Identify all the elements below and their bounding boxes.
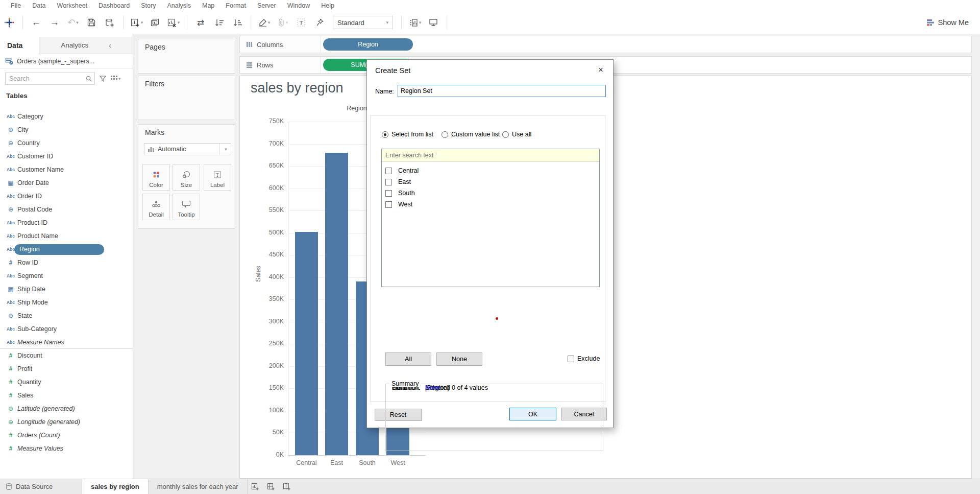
field-row[interactable]: # Profit bbox=[0, 362, 133, 375]
tab-data[interactable]: Data bbox=[0, 37, 39, 54]
member-row[interactable]: East bbox=[382, 176, 599, 187]
duplicate-sheet-button[interactable] bbox=[149, 14, 162, 31]
member-search-input[interactable]: Enter search text bbox=[382, 149, 599, 162]
view-options-icon[interactable]: ▾ bbox=[111, 76, 121, 82]
all-button[interactable]: All bbox=[385, 352, 431, 366]
field-row[interactable]: ▦ Order Date bbox=[0, 176, 133, 190]
forward-button[interactable]: → bbox=[48, 14, 61, 31]
back-button[interactable]: ← bbox=[30, 14, 43, 31]
radio-use-all[interactable]: Use all bbox=[502, 131, 531, 138]
field-row[interactable]: Abc Customer ID bbox=[0, 150, 133, 163]
field-row[interactable]: # Sales bbox=[0, 389, 133, 402]
menu-item[interactable]: Worksheet bbox=[52, 2, 93, 9]
sheet-tab[interactable]: monthly sales for each year bbox=[149, 479, 248, 494]
menu-item[interactable]: Data bbox=[27, 2, 51, 9]
presentation-mode-button[interactable] bbox=[427, 14, 440, 31]
clear-sheet-button[interactable]: ▾ bbox=[167, 14, 180, 31]
color-button[interactable]: Color bbox=[142, 164, 170, 191]
close-icon[interactable]: × bbox=[594, 64, 608, 76]
field-row[interactable]: # Orders (Count) bbox=[0, 429, 133, 442]
show-mark-labels-button[interactable]: ▾ bbox=[408, 14, 422, 31]
radio-select-from-list[interactable]: Select from list bbox=[382, 131, 433, 138]
field-row[interactable]: Abc Sub-Category bbox=[0, 322, 133, 336]
menu-item[interactable]: Dashboard bbox=[93, 2, 135, 9]
field-row[interactable]: Abc Customer Name bbox=[0, 163, 133, 176]
data-source-row[interactable]: Orders (sample_-_supers... bbox=[0, 54, 133, 68]
none-button[interactable]: None bbox=[436, 352, 482, 366]
size-button[interactable]: Size bbox=[173, 164, 200, 191]
add-data-source-button[interactable] bbox=[103, 14, 116, 31]
bar-east[interactable] bbox=[325, 153, 348, 455]
new-worksheet-button[interactable]: ▾ bbox=[130, 14, 143, 31]
tooltip-button[interactable]: Tooltip bbox=[173, 194, 200, 220]
member-checkbox[interactable] bbox=[385, 201, 392, 208]
exclude-option[interactable]: Exclude bbox=[568, 355, 600, 362]
menu-item[interactable]: Map bbox=[197, 2, 220, 9]
text-label-button[interactable]: T bbox=[295, 14, 308, 31]
field-row[interactable]: ⊕ Longitude (generated) bbox=[0, 415, 133, 429]
field-row[interactable]: ▦ Ship Date bbox=[0, 283, 133, 296]
field-row[interactable]: # Quantity bbox=[0, 375, 133, 389]
menu-item[interactable]: Server bbox=[252, 2, 282, 9]
undo-button[interactable]: ↶▾ bbox=[66, 14, 80, 31]
field-row[interactable]: ⊕ Latitude (generated) bbox=[0, 402, 133, 415]
filters-shelf[interactable]: Filters bbox=[138, 76, 235, 120]
pill-region[interactable]: Region bbox=[323, 38, 413, 51]
member-row[interactable]: West bbox=[382, 199, 599, 210]
new-dashboard-icon[interactable] bbox=[263, 479, 279, 494]
field-row[interactable]: ⊕ Postal Code bbox=[0, 203, 133, 216]
label-button[interactable]: T Label bbox=[204, 164, 231, 191]
menu-item[interactable]: Story bbox=[135, 2, 161, 9]
field-row[interactable]: Abc Order ID bbox=[0, 190, 133, 203]
collapse-pane-icon[interactable]: ‹ bbox=[109, 41, 111, 50]
member-checkbox[interactable] bbox=[385, 190, 392, 197]
field-row[interactable]: # Discount bbox=[0, 349, 133, 362]
field-row[interactable]: Abc Ship Mode bbox=[0, 296, 133, 309]
pages-shelf[interactable]: Pages bbox=[138, 39, 235, 74]
show-me-button[interactable]: Show Me bbox=[926, 15, 969, 30]
field-row[interactable]: Abc Segment bbox=[0, 269, 133, 283]
menu-item[interactable]: Format bbox=[220, 2, 252, 9]
field-row[interactable]: Abc Product ID bbox=[0, 216, 133, 229]
detail-button[interactable]: Detail bbox=[142, 194, 170, 220]
pin-button[interactable] bbox=[313, 14, 326, 31]
data-source-tab[interactable]: Data Source bbox=[0, 479, 82, 494]
menu-item[interactable]: Window bbox=[282, 2, 315, 9]
radio-icon[interactable] bbox=[382, 131, 388, 138]
field-row[interactable]: ⊕ City bbox=[0, 123, 133, 136]
radio-icon[interactable] bbox=[442, 131, 448, 138]
field-row[interactable]: Abc Category bbox=[0, 110, 133, 123]
sheet-tab[interactable]: sales by region bbox=[82, 479, 149, 494]
filter-fields-icon[interactable] bbox=[100, 76, 106, 82]
member-row[interactable]: Central bbox=[382, 165, 599, 176]
fit-selector[interactable]: Standard ▾ bbox=[333, 16, 393, 29]
field-row[interactable]: ⊕ Country bbox=[0, 136, 133, 150]
sort-descending-button[interactable] bbox=[231, 14, 244, 31]
set-name-input[interactable] bbox=[398, 85, 606, 97]
radio-icon[interactable] bbox=[502, 131, 509, 138]
paperclip-button[interactable]: ▾ bbox=[276, 14, 289, 31]
save-button[interactable] bbox=[85, 14, 98, 31]
member-checkbox[interactable] bbox=[385, 179, 392, 185]
field-row[interactable]: # Row ID bbox=[0, 256, 133, 269]
member-checkbox[interactable] bbox=[385, 168, 392, 174]
field-row[interactable]: # Measure Values bbox=[0, 442, 133, 455]
highlight-button[interactable]: ▾ bbox=[258, 14, 271, 31]
field-row[interactable]: Abc Measure Names bbox=[0, 336, 133, 349]
field-row[interactable]: Abc Region bbox=[0, 243, 133, 256]
field-row[interactable]: Abc Product Name bbox=[0, 229, 133, 243]
menu-item[interactable]: Analysis bbox=[161, 2, 197, 9]
mark-type-selector[interactable]: Automatic ▾ bbox=[144, 143, 231, 155]
field-row[interactable]: ⊕ State bbox=[0, 309, 133, 322]
sort-ascending-button[interactable] bbox=[212, 14, 226, 31]
new-story-icon[interactable] bbox=[279, 479, 295, 494]
exclude-checkbox[interactable] bbox=[568, 356, 574, 362]
search-input[interactable] bbox=[5, 73, 95, 85]
columns-shelf[interactable]: Columns Region bbox=[239, 36, 972, 53]
tab-analytics[interactable]: Analytics ‹ bbox=[39, 37, 133, 54]
radio-custom-value-list[interactable]: Custom value list bbox=[442, 131, 500, 138]
member-row[interactable]: South bbox=[382, 187, 599, 199]
swap-rows-columns-button[interactable]: ⇄ bbox=[194, 14, 207, 31]
bar-central[interactable] bbox=[295, 232, 318, 455]
menu-item[interactable]: Help bbox=[315, 2, 340, 9]
